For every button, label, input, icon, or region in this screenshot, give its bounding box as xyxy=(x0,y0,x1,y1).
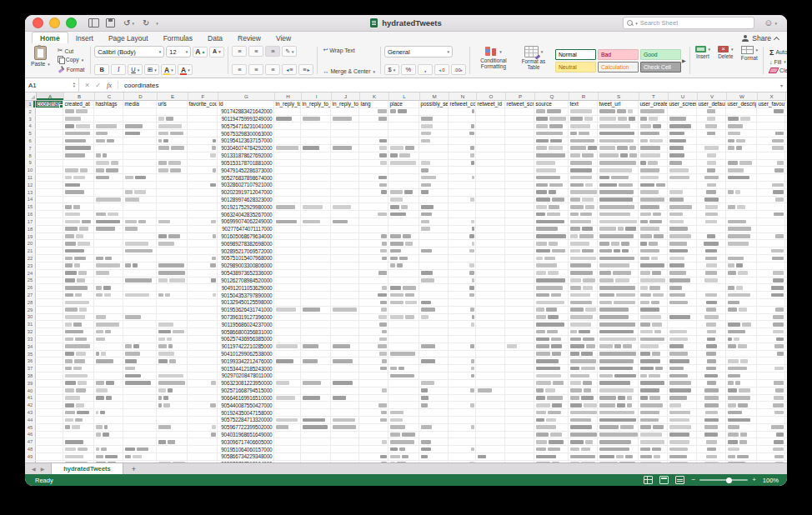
grid-cell[interactable] xyxy=(534,307,569,313)
grid-cell[interactable] xyxy=(63,336,94,342)
grid-cell[interactable] xyxy=(301,211,331,218)
grid-cell[interactable] xyxy=(697,351,726,358)
grid-cell[interactable] xyxy=(449,197,476,203)
grid-cell[interactable] xyxy=(534,218,569,225)
row-header[interactable]: 18 xyxy=(25,226,36,232)
grid-cell[interactable] xyxy=(419,116,449,122)
grid-cell[interactable] xyxy=(569,358,598,364)
grid-cell[interactable] xyxy=(534,116,569,122)
grid-cell[interactable] xyxy=(726,453,757,460)
grid-cell[interactable] xyxy=(419,446,449,452)
copy-button[interactable]: Copy▾ xyxy=(56,55,87,64)
grid-cell[interactable] xyxy=(123,461,157,462)
grid-cell[interactable] xyxy=(188,321,218,328)
grid-cell[interactable] xyxy=(726,248,757,254)
grid-cell[interactable] xyxy=(36,380,63,387)
grid-cell[interactable] xyxy=(419,174,449,181)
grid-cell[interactable] xyxy=(668,321,697,328)
grid-cell[interactable] xyxy=(419,182,449,188)
grid-cell[interactable] xyxy=(639,189,668,196)
grid-cell[interactable] xyxy=(505,138,534,144)
grid-cell[interactable] xyxy=(36,248,63,254)
grid-cell[interactable] xyxy=(598,417,639,423)
grid-cell[interactable] xyxy=(301,336,331,342)
grid-cell[interactable] xyxy=(274,336,301,342)
grid-cell[interactable] xyxy=(668,432,697,438)
grid-cell[interactable]: 907396319127396000 xyxy=(218,314,274,321)
grid-cell[interactable] xyxy=(123,321,157,328)
grid-cell[interactable] xyxy=(534,292,569,298)
grid-cell[interactable] xyxy=(188,138,218,144)
grid-cell[interactable] xyxy=(419,438,449,445)
grid-cell[interactable] xyxy=(419,152,449,159)
grid-cell[interactable] xyxy=(359,432,388,438)
row-header[interactable]: 2 xyxy=(25,108,36,115)
grid-cell[interactable] xyxy=(726,351,757,358)
grid-cell[interactable] xyxy=(63,284,94,291)
grid-cell[interactable] xyxy=(94,461,123,462)
grid-cell[interactable] xyxy=(449,226,476,232)
grid-cell[interactable] xyxy=(668,314,697,321)
grid-cell[interactable] xyxy=(36,365,63,372)
grid-cell[interactable] xyxy=(94,292,123,298)
grid-cell[interactable] xyxy=(726,432,757,438)
grid-cell[interactable] xyxy=(726,122,757,129)
zoom-percentage[interactable]: 100% xyxy=(763,477,779,484)
grid-cell[interactable] xyxy=(188,307,218,313)
grid-cell[interactable] xyxy=(639,432,668,438)
grid-cell[interactable] xyxy=(726,262,757,269)
grid-cell[interactable] xyxy=(569,130,598,137)
grid-cell[interactable] xyxy=(476,211,505,218)
grid-cell[interactable] xyxy=(63,174,94,181)
grid-cell[interactable] xyxy=(331,211,359,218)
grid-cell[interactable] xyxy=(569,438,598,445)
grid-cell[interactable] xyxy=(188,343,218,350)
grid-cell[interactable] xyxy=(301,278,331,284)
row-header[interactable]: 31 xyxy=(25,321,36,328)
grid-cell[interactable] xyxy=(94,152,123,159)
grid-cell[interactable] xyxy=(668,270,697,277)
grid-cell[interactable] xyxy=(476,314,505,321)
grid-cell[interactable] xyxy=(63,388,94,394)
grid-cell[interactable] xyxy=(639,402,668,408)
grid-cell[interactable] xyxy=(639,351,668,358)
grid-cell[interactable] xyxy=(274,351,301,358)
grid-cell[interactable] xyxy=(598,328,639,335)
grid-cell[interactable] xyxy=(476,167,505,173)
grid-cell[interactable] xyxy=(123,226,157,232)
format-cells-button[interactable]: ▾ Format xyxy=(739,46,760,75)
grid-cell[interactable] xyxy=(569,160,598,167)
align-left-button[interactable]: ≡ xyxy=(232,64,247,75)
grid-cell[interactable] xyxy=(419,299,449,306)
decrease-decimal-button[interactable]: .00▸ xyxy=(451,64,466,75)
grid-cell[interactable] xyxy=(331,284,359,291)
grid-cell[interactable] xyxy=(639,116,668,122)
grid-cell[interactable] xyxy=(726,116,757,122)
cut-button[interactable]: ✂Cut xyxy=(56,47,87,55)
grid-cell[interactable] xyxy=(63,321,94,328)
grid-cell[interactable] xyxy=(274,358,301,364)
grid-cell[interactable] xyxy=(274,372,301,379)
grid-cell[interactable] xyxy=(94,351,123,358)
grid-cell[interactable] xyxy=(569,189,598,196)
grid-cell[interactable] xyxy=(668,453,697,460)
grid-cell[interactable] xyxy=(123,446,157,452)
grid-cell[interactable] xyxy=(476,108,505,115)
grid-cell[interactable] xyxy=(639,211,668,218)
column-header-R[interactable]: R xyxy=(569,92,599,101)
grid-cell[interactable] xyxy=(598,380,639,387)
grid-cell[interactable] xyxy=(188,189,218,196)
format-as-table-button[interactable]: ▾ Format as Table xyxy=(516,46,551,75)
grid-cell[interactable] xyxy=(505,152,534,159)
grid-cell[interactable] xyxy=(476,446,505,452)
grid-cell[interactable]: in_reply_to_ xyxy=(274,101,301,108)
grid-cell[interactable] xyxy=(639,343,668,350)
grid-cell[interactable] xyxy=(639,174,668,181)
grid-cell[interactable] xyxy=(388,152,419,159)
grid-cell[interactable] xyxy=(274,211,301,218)
grid-cell[interactable] xyxy=(157,395,188,402)
grid-cell[interactable] xyxy=(94,409,123,416)
grid-cell[interactable] xyxy=(419,409,449,416)
grid-cell[interactable] xyxy=(757,233,785,240)
style-good[interactable]: Good xyxy=(640,49,681,60)
